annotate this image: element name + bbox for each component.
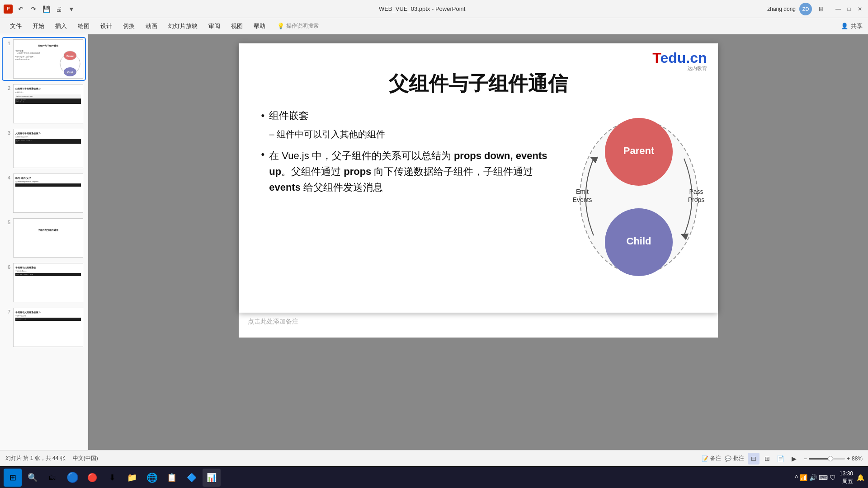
slide-preview-2: 父组件与子组件通信(续1) 在父组件中... father-component.… — [13, 84, 83, 123]
slide-canvas[interactable]: Tedu.cn 达内教育 父组件与子组件通信 • 组件嵌套 – 组件中可以引入其… — [239, 43, 718, 313]
slide-bullets: • 组件嵌套 – 组件中可以引入其他的组件 • 在 Vue.js 中，父子组件的… — [261, 109, 555, 201]
slide-logo: Tedu.cn 达内教育 — [652, 51, 707, 72]
slideshow-view-button[interactable]: ▶ — [788, 453, 800, 465]
slide-thumb-1[interactable]: 1 父组件与子组件通信 • 组件嵌套 – 组件中可以引入其他的组件 • 在Vue… — [3, 38, 85, 80]
taskbar-app3[interactable]: 📋 — [163, 469, 181, 487]
menu-design[interactable]: 设计 — [96, 20, 117, 32]
menu-insert[interactable]: 插入 — [51, 20, 71, 32]
slide-thumb-6[interactable]: 6 子组件与父组件通信 子组件通过$emit... this.$emit('ev… — [3, 262, 85, 304]
bullet-dot-1: • — [261, 109, 265, 123]
slide-thumb-3[interactable]: 3 父组件与子组件通信(续2) 在子组件中定义props... props: {… — [3, 127, 85, 169]
security-icon[interactable]: 🛡 — [830, 474, 836, 481]
bullet2-mid2: 向下传递数据给子组件，子组件通过 — [371, 166, 533, 177]
zoom-thumb — [828, 456, 833, 461]
notification-icon[interactable]: 🔔 — [857, 474, 864, 481]
system-tray: ^ 📶 🔊 ⌨ 🛡 — [795, 474, 836, 481]
title-bar-left: P ↶ ↷ 💾 🖨 ▼ — [4, 4, 77, 14]
notes-placeholder: 点击此处添加备注 — [248, 318, 298, 325]
search-label[interactable]: 操作说明搜索 — [286, 22, 319, 30]
taskbar-app1[interactable]: 🔴 — [83, 469, 101, 487]
menu-draw[interactable]: 绘图 — [73, 20, 94, 32]
svg-text:Pass: Pass — [689, 188, 703, 195]
bullet-dot-2: • — [261, 148, 265, 162]
taskbar-chrome[interactable]: 🔵 — [63, 469, 81, 487]
slide-num-6: 6 — [4, 264, 10, 270]
taskbar-vscode[interactable]: 🔷 — [183, 469, 201, 487]
menu-review[interactable]: 审阅 — [204, 20, 225, 32]
slide-thumb-2[interactable]: 2 父组件与子组件通信(续1) 在父组件中... father-componen… — [3, 83, 85, 125]
menu-file[interactable]: 文件 — [5, 20, 26, 32]
system-clock[interactable]: 13:30 周五 — [840, 470, 853, 485]
bullet-2: • 在 Vue.js 中，父子组件的关系可以总结为 props down, ev… — [261, 148, 555, 196]
reading-view-button[interactable]: 📄 — [775, 453, 787, 465]
menu-animations[interactable]: 动画 — [141, 20, 162, 32]
bullet2-bold2: props — [344, 166, 371, 177]
menu-help[interactable]: 帮助 — [249, 20, 270, 32]
slide-num-7: 7 — [4, 309, 10, 314]
bullet-text-1: 组件嵌套 — [269, 109, 309, 123]
taskbar-files[interactable]: 📁 — [123, 469, 141, 487]
share-icon: 👤 — [841, 23, 848, 29]
logo-text: Tedu.cn — [652, 51, 707, 65]
svg-text:Child: Child — [67, 71, 73, 74]
search-area[interactable]: 💡 操作说明搜索 — [277, 22, 319, 30]
menu-slideshow[interactable]: 幻灯片放映 — [164, 20, 202, 32]
slide-num-5: 5 — [4, 220, 10, 225]
normal-view-button[interactable]: ⊟ — [748, 453, 760, 465]
slide-sorter-button[interactable]: ⊞ — [761, 453, 773, 465]
bullet-1-sub: – 组件中可以引入其他的组件 — [269, 128, 555, 141]
zoom-in-button[interactable]: + — [847, 455, 850, 462]
redo-button[interactable]: ↷ — [28, 4, 39, 14]
taskbar-powerpoint[interactable]: 📊 — [203, 469, 221, 487]
slide-preview-4: 练习: 组件 父-子 定义father-component/son-compon… — [13, 174, 83, 213]
save-button[interactable]: 💾 — [41, 4, 52, 14]
slide-panel: 1 父组件与子组件通信 • 组件嵌套 – 组件中可以引入其他的组件 • 在Vue… — [0, 34, 88, 450]
slide-preview-1: 父组件与子组件通信 • 组件嵌套 – 组件中可以引入其他的组件 • 在Vue.j… — [13, 39, 83, 79]
speaker-icon[interactable]: 🔊 — [809, 474, 817, 481]
notes-icon: 📝 — [702, 455, 708, 462]
slide-thumb-7[interactable]: 7 子组件与父组件通信(续1) 子组件中定义方法... methods: {..… — [3, 306, 85, 348]
slide-thumb-4[interactable]: 4 练习: 组件 父-子 定义father-component/son-comp… — [3, 172, 85, 214]
start-button[interactable]: ⊞ — [4, 469, 22, 487]
bullet-text-2: 在 Vue.js 中，父子组件的关系可以总结为 props down, even… — [269, 148, 555, 196]
notes-button[interactable]: 📝 备注 — [702, 455, 721, 462]
diagram-svg: Parent Child Emit Events Pass Props — [569, 109, 709, 281]
notes-area[interactable]: 点击此处添加备注 — [239, 313, 718, 338]
close-button[interactable]: ✕ — [855, 5, 864, 14]
print-button[interactable]: 🖨 — [53, 4, 64, 14]
taskbar-search[interactable]: 🔍 — [24, 469, 42, 487]
share-button[interactable]: 👤 共享 — [841, 22, 863, 30]
taskbar: ⊞ 🔍 🗂 🔵 🔴 ⬇ 📁 🌐 📋 🔷 📊 ^ 📶 🔊 ⌨ 🛡 13:30 周五… — [0, 466, 868, 488]
menu-home[interactable]: 开始 — [28, 20, 49, 32]
monitor-icon[interactable]: 🖥 — [816, 4, 826, 14]
taskbar-browser[interactable]: 🌐 — [143, 469, 161, 487]
maximize-button[interactable]: □ — [844, 5, 854, 14]
status-bar: 幻灯片 第 1 张，共 44 张 中文(中国) 📝 备注 💬 批注 ⊟ ⊞ 📄 … — [0, 450, 868, 466]
minimize-button[interactable]: — — [834, 5, 843, 14]
user-avatar[interactable]: ZD — [799, 3, 812, 15]
slide-num-1: 1 — [4, 41, 10, 46]
slide-info: 幻灯片 第 1 张，共 44 张 — [5, 455, 66, 462]
undo-button[interactable]: ↶ — [15, 4, 26, 14]
zoom-slider[interactable] — [809, 458, 845, 460]
zoom-out-button[interactable]: − — [804, 455, 807, 462]
status-right: 📝 备注 💬 批注 ⊟ ⊞ 📄 ▶ − + 88% — [702, 453, 863, 465]
app-icon: P — [4, 5, 13, 14]
network-icon[interactable]: 📶 — [800, 474, 807, 481]
clock-time: 13:30 — [840, 470, 853, 478]
menu-bar: 文件 开始 插入 绘图 设计 切换 动画 幻灯片放映 审阅 视图 帮助 💡 操作… — [0, 18, 868, 34]
menu-transitions[interactable]: 切换 — [118, 20, 139, 32]
comments-button[interactable]: 💬 批注 — [725, 455, 744, 462]
more-button[interactable]: ▼ — [66, 4, 77, 14]
slide-preview-3: 父组件与子组件通信(续2) 在子组件中定义props... props: { m… — [13, 129, 83, 168]
taskbar-app2[interactable]: ⬇ — [103, 469, 121, 487]
menu-view[interactable]: 视图 — [226, 20, 247, 32]
slide-thumb-5[interactable]: 5 子组件与父组件通信 — [3, 217, 85, 259]
user-name: zhang dong — [767, 6, 796, 12]
bullet2-prefix: 在 Vue.js 中，父子组件的关系可以总结为 — [269, 150, 454, 161]
slide-num-2: 2 — [4, 85, 10, 91]
input-icon[interactable]: ⌨ — [819, 474, 828, 481]
expand-icon[interactable]: ^ — [795, 474, 798, 481]
svg-text:Parent: Parent — [66, 55, 74, 57]
taskbar-task-view[interactable]: 🗂 — [43, 469, 61, 487]
